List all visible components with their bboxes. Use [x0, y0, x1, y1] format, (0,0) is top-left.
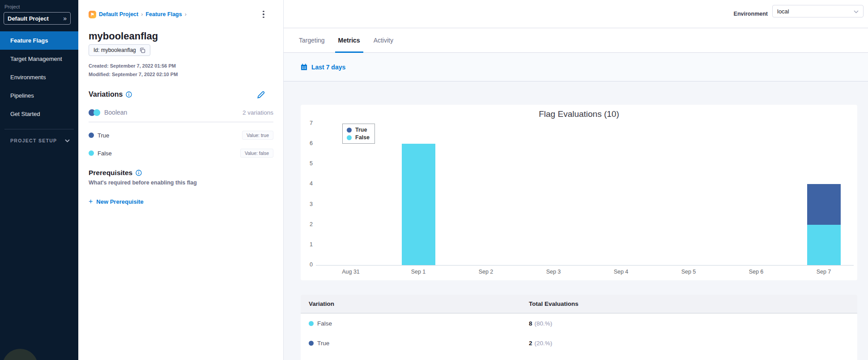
sidebar-item-project-setup[interactable]: PROJECT SETUP	[10, 138, 70, 143]
evaluation-percent: (20.%)	[535, 340, 553, 347]
x-axis-label: Sep 6	[736, 269, 776, 275]
variation-color-dot	[309, 341, 314, 346]
copy-icon[interactable]	[140, 47, 145, 53]
legend-entry-false: False	[347, 134, 370, 141]
y-axis-tick: 6	[302, 140, 313, 146]
date-range-bar: Last 7 days	[284, 53, 868, 81]
flag-id-text: Id: mybooleanflag	[94, 47, 136, 53]
breadcrumb-separator: ›	[141, 11, 143, 17]
y-axis-tick: 1	[302, 241, 313, 248]
breadcrumb-separator: ›	[185, 11, 187, 17]
divider	[89, 122, 273, 122]
project-sidebar: Project Default Project » Feature FlagsT…	[0, 0, 78, 360]
variation-color-dot	[89, 133, 94, 138]
date-range-button[interactable]: Last 7 days	[311, 64, 345, 71]
bar-true-sep-7[interactable]	[807, 184, 841, 224]
variation-type-row: Boolean 2 variations	[89, 109, 273, 116]
x-axis-label: Sep 7	[804, 269, 844, 275]
project-selector-value: Default Project	[8, 15, 49, 22]
bar-false-sep-7[interactable]	[807, 225, 841, 265]
project-setup-label: PROJECT SETUP	[10, 138, 57, 143]
calendar-icon	[301, 64, 307, 70]
variation-row: FalseValue: false	[89, 148, 273, 158]
feature-flags-icon: ⚑	[89, 11, 96, 18]
prerequisites-heading: Prerequisites	[89, 169, 142, 177]
sidebar-nav: Feature FlagsTarget ManagementEnvironmen…	[0, 31, 78, 123]
environment-selected-value: local	[777, 8, 789, 15]
y-axis-tick: 2	[302, 221, 313, 227]
environment-label: Environment	[734, 11, 768, 17]
table-cell-variation: False	[309, 313, 332, 333]
evaluation-count: 2	[529, 340, 532, 347]
x-axis-label: Aug 31	[331, 269, 371, 275]
variation-type-label: Boolean	[104, 109, 127, 116]
legend-dot	[347, 128, 352, 133]
project-selector[interactable]: Default Project »	[4, 12, 71, 25]
flag-title: mybooleanflag	[89, 30, 158, 42]
tab-metrics[interactable]: Metrics	[338, 28, 360, 53]
x-axis-label: Sep 5	[668, 269, 709, 275]
sidebar-item-target-management[interactable]: Target Management	[0, 50, 78, 68]
y-axis-tick: 3	[302, 201, 313, 207]
info-icon[interactable]	[126, 91, 132, 98]
table-row: True2(20.%)	[301, 333, 857, 353]
table-cell-variation: True	[309, 333, 329, 353]
x-axis-label: Sep 1	[398, 269, 438, 275]
sidebar-item-pipelines[interactable]: Pipelines	[0, 86, 78, 105]
evaluation-count: 8	[529, 320, 532, 327]
double-chevron-icon: »	[63, 15, 67, 22]
flag-evaluations-chart: Flag Evaluations (10) TrueFalse 01234567…	[301, 105, 857, 280]
sidebar-item-get-started[interactable]: Get Started	[0, 105, 78, 123]
environment-select[interactable]: local	[772, 5, 864, 17]
tab-targeting[interactable]: Targeting	[299, 28, 325, 53]
y-axis-tick: 4	[302, 180, 313, 187]
table-row: False8(80.%)	[301, 313, 857, 333]
variation-row: TrueValue: true	[89, 130, 273, 140]
project-section-label: Project	[4, 4, 20, 9]
y-axis-tick: 7	[302, 120, 313, 126]
x-axis-label: Sep 3	[533, 269, 574, 275]
variation-name: False	[98, 150, 112, 157]
prerequisites-description: What's required before enabling this fla…	[89, 180, 197, 186]
variation-name: True	[98, 132, 109, 139]
flag-detail-panel: ⚑ Default Project › Feature Flags › mybo…	[78, 0, 284, 360]
kebab-menu-icon[interactable]	[259, 9, 268, 20]
breadcrumb-project-link[interactable]: Default Project	[99, 11, 138, 17]
legend-label: False	[355, 134, 370, 141]
metrics-content: Flag Evaluations (10) TrueFalse 01234567…	[284, 81, 868, 360]
evaluations-table: Variation Total Evaluations False8(80.%)…	[301, 295, 857, 360]
x-axis-line	[316, 265, 854, 266]
evaluation-percent: (80.%)	[535, 320, 553, 327]
legend-label: True	[355, 127, 367, 133]
chart-legend: TrueFalse	[342, 124, 375, 144]
variation-value-chip: Value: false	[240, 149, 273, 158]
table-header-variation: Variation	[309, 295, 334, 313]
variation-color-dot	[309, 321, 314, 326]
tab-bar: TargetingMetricsActivity	[284, 28, 868, 53]
breadcrumb-feature-flags-link[interactable]: Feature Flags	[145, 11, 182, 17]
chart-title: Flag Evaluations (10)	[301, 109, 857, 119]
boolean-type-icon	[89, 109, 100, 116]
sidebar-item-environments[interactable]: Environments	[0, 68, 78, 86]
main-area: Environment local TargetingMetricsActivi…	[284, 0, 868, 360]
chevron-down-icon	[65, 139, 70, 142]
help-widget-button[interactable]	[2, 349, 38, 360]
legend-entry-true: True	[347, 127, 370, 133]
flag-modified-timestamp: Modified: September 7, 2022 02:10 PM	[89, 72, 178, 77]
x-axis-label: Sep 4	[601, 269, 641, 275]
environment-header: Environment local	[284, 0, 868, 28]
bar-false-sep-1[interactable]	[402, 144, 435, 265]
flag-id-chip: Id: mybooleanflag	[89, 44, 150, 56]
edit-variations-button[interactable]	[256, 90, 266, 100]
sidebar-item-feature-flags[interactable]: Feature Flags	[0, 31, 78, 50]
tab-activity[interactable]: Activity	[374, 28, 393, 53]
breadcrumb: ⚑ Default Project › Feature Flags ›	[89, 10, 187, 19]
info-icon[interactable]	[136, 170, 142, 176]
legend-dot	[347, 135, 352, 140]
variation-color-dot	[89, 150, 94, 156]
table-cell-total: 8(80.%)	[529, 313, 552, 333]
table-header-total-evaluations: Total Evaluations	[529, 295, 579, 313]
plus-icon: +	[89, 197, 93, 206]
variation-name: True	[317, 340, 329, 347]
new-prerequisite-button[interactable]: + New Prerequisite	[89, 197, 144, 206]
